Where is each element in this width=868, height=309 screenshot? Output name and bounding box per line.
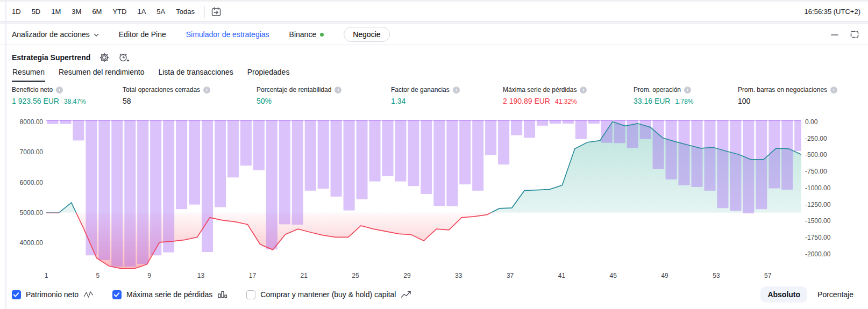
stat-label: Máxima serie de pérdidasi [503,86,634,94]
drawdown-bars-glyph [217,290,227,299]
legend-item-comprar-y-mantener-buy-hold-capital[interactable]: Comprar y mantener (buy & hold) capital [246,290,411,299]
range-button-5a[interactable]: 5A [154,6,167,17]
buy-hold-line-glyph [401,290,411,299]
range-button-3m[interactable]: 3M [69,6,83,17]
tab-resumen[interactable]: Resumen [12,66,45,82]
stat-main-value: 33.16 EUR [634,97,670,105]
legend-item-patrimonio-neto[interactable]: Patrimonio neto [12,290,94,299]
drawdown-bar [769,120,780,189]
legend-label: Comprar y mantener (buy & hold) capital [260,290,396,299]
time-axis-tick: 21 [301,272,308,279]
strategy-title[interactable]: Estrategia Supertrend [12,53,90,62]
gear-glyph [99,53,109,62]
drawdown-bar [240,120,252,166]
stat-label-text: Máxima serie de pérdidas [503,86,577,94]
alarm-plus-icon[interactable] [118,53,129,62]
left-axis-tick: 4000.00 [0,239,43,247]
panel-tab-editor-de-pine[interactable]: Editor de Pine [119,30,166,39]
mode-button-porcentaje[interactable]: Porcentaje [810,286,860,303]
drawdown-bar [73,120,84,140]
equity-line-glyph [83,290,94,299]
range-button-1m[interactable]: 1M [49,6,63,17]
time-axis-tick: 45 [610,272,617,279]
drawdown-bar [253,120,265,170]
panel-tab-simulador-de-estrategias[interactable]: Simulador de estrategias [186,30,269,39]
stat-percent-value: 1.78% [675,98,693,105]
panel-tab-analizador-de-acciones[interactable]: Analizador de acciones [12,30,99,39]
drawdown-bar [227,120,239,177]
stat-label: Beneficio netoi [12,86,123,94]
chart-legend: Patrimonio netoMáxima serie de pérdidasC… [0,283,868,307]
info-icon[interactable]: i [203,87,210,94]
stat-label: Factor de gananciasi [391,86,503,94]
drawdown-bar [550,120,561,124]
mode-button-absoluto[interactable]: Absoluto [760,286,807,303]
stat-main-value: 100 [738,97,750,105]
range-button-ytd[interactable]: YTD [110,6,129,17]
checked-checkbox[interactable] [112,290,122,299]
stat-value: 1.34 [391,97,503,105]
drawdown-bar [498,120,509,164]
drawdown-bar [150,120,161,255]
unchecked-checkbox[interactable] [246,290,255,299]
drawdown-bar [614,120,625,143]
range-button-1a[interactable]: 1A [135,6,148,17]
drawdown-bar [344,120,355,211]
range-button-todas[interactable]: Todas [174,6,197,17]
gear-icon[interactable] [99,53,109,62]
info-icon[interactable]: i [453,87,460,94]
goto-date-icon[interactable] [210,6,222,18]
info-icon[interactable]: i [830,87,837,94]
time-axis[interactable]: 159131721252933374145495357 [0,270,868,283]
equity-chart: 8000.007000.006000.005000.004000.00 0.00… [0,113,868,270]
drawdown-bar [756,120,767,209]
clock-label[interactable]: 16:56:35 (UTC+2) [805,8,860,16]
info-icon[interactable]: i [56,87,63,94]
drawdown-bar [537,120,548,126]
minimize-icon[interactable] [830,30,839,39]
right-axis-tick: -1750.00 [805,233,864,242]
checked-checkbox[interactable] [12,290,21,299]
trade-button[interactable]: Negocie [344,27,389,42]
drawdown-bar [588,120,600,124]
tab-resumen-del-rendimiento[interactable]: Resumen del rendimiento [58,66,145,82]
equity-chart-plot[interactable] [46,113,801,270]
info-icon[interactable]: i [684,87,691,94]
stat-main-value: 2 190.89 EUR [503,97,550,105]
drawdown-bar [137,120,148,264]
drawdown-bar [305,120,316,191]
drawdown-bar [705,120,716,191]
right-axis-tick: -2000.00 [805,250,864,258]
alarm-plus-glyph [118,53,129,62]
maximize-glyph [850,30,859,39]
tab-lista-de-transacciones[interactable]: Lista de transacciones [158,66,233,82]
drawdown-bar [794,120,801,151]
minimize-glyph [830,30,839,39]
range-button-1d[interactable]: 1D [10,6,23,17]
stat-label: Prom. barras en negociacionesi [738,86,868,94]
drawdown-bar [433,120,445,206]
tab-propiedades[interactable]: Propiedades [247,66,290,82]
drawdown-bar [202,120,213,252]
drawdown-bar [292,120,303,225]
info-icon[interactable]: i [580,87,587,94]
stat-block: Beneficio netoi1 923.56 EUR38.47% [12,86,123,112]
panel-tab-binance[interactable]: Binance [289,30,324,39]
drawdown-bar [421,120,432,194]
range-button-5d[interactable]: 5D [30,6,43,17]
right-axis-tick: -1250.00 [805,200,864,209]
stat-block: Total operaciones cerradasi58 [123,86,257,112]
maximize-icon[interactable] [850,30,859,39]
left-axis-tick: 8000.00 [0,118,43,126]
legend-item-m-xima-serie-de-p-rdidas[interactable]: Máxima serie de pérdidas [112,290,227,299]
drawdown-bar [215,120,226,207]
drawdown-bar [163,120,174,253]
drawdown-bar [717,120,728,208]
strategy-title-row: Estrategia Supertrend [0,45,868,66]
time-axis-tick: 37 [507,272,514,279]
range-button-6m[interactable]: 6M [90,6,104,17]
drawdown-bar [446,120,458,206]
range-buttons: 1D5D1M3M6MYTD1A5ATodas [10,6,203,17]
time-axis-tick: 41 [558,272,565,279]
info-icon[interactable]: i [335,87,341,94]
